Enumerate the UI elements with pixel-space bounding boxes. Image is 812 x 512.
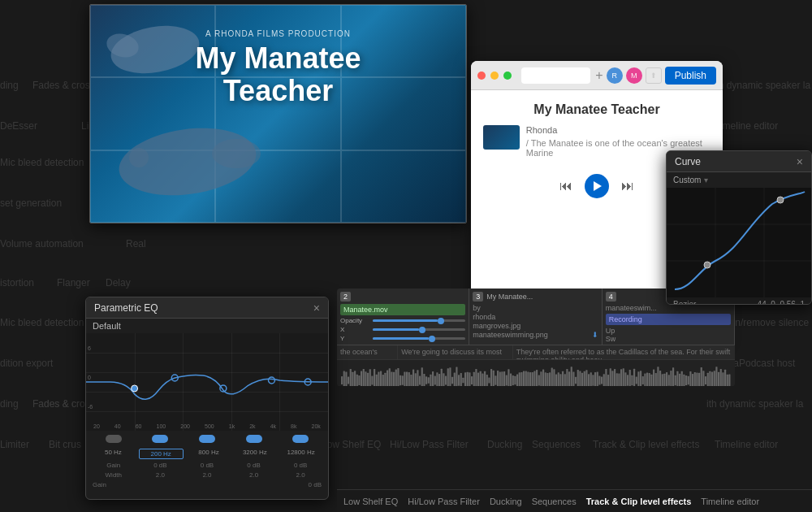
svg-rect-28 (391, 372, 392, 386)
svg-rect-12 (356, 375, 358, 386)
toolbar-item-hi-low[interactable]: Hi/Low Pass Filter (408, 497, 480, 506)
waveform-svg (341, 364, 731, 386)
bg-label-3: DeEsser (0, 120, 37, 132)
svg-rect-59 (458, 375, 460, 385)
curve-window: Curve × Custom ▾ Bezier .44, 0, 0.56, 1 (666, 150, 812, 305)
video-production-label: A RHONDA FILMS PRODUCTION (90, 29, 466, 38)
curve-dropdown-icon[interactable]: ▾ (704, 176, 708, 184)
svg-rect-21 (376, 375, 378, 386)
svg-rect-7 (345, 371, 347, 386)
svg-rect-96 (538, 375, 540, 386)
curve-chart (667, 188, 811, 297)
avatar-1: R (607, 67, 623, 84)
prev-button[interactable]: ⏮ (559, 179, 572, 193)
toolbar-item-track-clip[interactable]: Track & Clip level effects (586, 497, 692, 506)
eq-preset-label[interactable]: Default (86, 319, 328, 333)
toolbar-item-timeline[interactable]: Timeline editor (701, 497, 759, 506)
waveform-text-3: They're often referred to as the Cadilla… (513, 345, 735, 359)
svg-rect-160 (676, 371, 678, 386)
svg-rect-53 (445, 376, 447, 385)
svg-rect-85 (514, 376, 516, 384)
toolbar-item-sequences[interactable]: Sequences (532, 497, 577, 506)
svg-rect-15 (363, 369, 365, 386)
svg-rect-103 (553, 369, 555, 386)
svg-rect-128 (607, 375, 609, 386)
browser-close-dot[interactable] (477, 72, 486, 80)
svg-rect-141 (636, 376, 637, 384)
browser-minimize-dot[interactable] (490, 72, 499, 80)
eq-close-button[interactable]: × (313, 302, 320, 315)
browser-url-bar[interactable] (521, 67, 590, 84)
svg-rect-140 (633, 369, 635, 386)
next-button[interactable]: ⏭ (621, 179, 634, 193)
toolbar-item-ducking[interactable]: Ducking (490, 497, 522, 506)
col-4-recording[interactable]: Recording (606, 314, 731, 325)
svg-rect-69 (480, 371, 482, 386)
timeline-item-manatee[interactable]: Manatee.mov (340, 304, 465, 315)
svg-rect-63 (467, 372, 469, 386)
svg-rect-46 (430, 375, 431, 386)
svg-point-195 (704, 262, 710, 268)
eq-band-3 (186, 435, 228, 446)
eq-freq-3: 800 Hz (188, 449, 230, 459)
svg-rect-181 (722, 372, 723, 386)
svg-rect-90 (525, 371, 527, 386)
slider-opacity: Opacity (340, 317, 465, 324)
svg-rect-68 (477, 372, 479, 386)
eq-toggle-5[interactable] (292, 435, 309, 443)
eq-freq-2: 200 Hz (139, 449, 184, 459)
svg-rect-18 (369, 369, 371, 386)
svg-rect-138 (629, 370, 631, 386)
svg-rect-70 (482, 374, 483, 386)
svg-rect-117 (584, 371, 585, 386)
eq-band-row-width: Width 2.0 2.0 2.0 2.0 (93, 471, 322, 479)
svg-rect-109 (566, 369, 568, 386)
svg-rect-150 (655, 373, 657, 386)
play-button[interactable] (585, 174, 609, 198)
eq-toggle-2[interactable] (152, 435, 168, 443)
svg-rect-81 (506, 375, 508, 385)
curve-close-button[interactable]: × (797, 155, 803, 168)
publish-button[interactable]: Publish (665, 67, 716, 85)
svg-rect-65 (471, 376, 473, 384)
svg-rect-107 (562, 371, 564, 386)
svg-rect-123 (597, 371, 598, 386)
svg-rect-23 (380, 371, 382, 386)
video-main-title: My Manatee Teacher (90, 42, 466, 106)
svg-rect-37 (410, 375, 412, 386)
eq-gain-label-3: 0 dB (186, 462, 228, 469)
browser-plus-button[interactable]: + (595, 68, 603, 83)
eq-width-2: 2.0 (186, 471, 228, 479)
svg-rect-174 (707, 373, 709, 386)
eq-toggle-1[interactable] (106, 435, 122, 443)
svg-rect-102 (551, 368, 553, 386)
eq-width-label-1: Width (93, 471, 135, 479)
svg-rect-49 (436, 372, 438, 386)
svg-rect-167 (692, 374, 693, 386)
svg-rect-57 (454, 373, 456, 386)
eq-toggle-3[interactable] (199, 435, 215, 443)
svg-rect-116 (581, 373, 583, 386)
browser-maximize-dot[interactable] (503, 72, 512, 80)
share-button[interactable]: ⬆ (646, 67, 662, 84)
bg-label-27: Limiter (0, 439, 29, 450)
svg-rect-14 (361, 371, 362, 386)
eq-chart: 2040601002005001k2k4k8k20k 60-6 (86, 333, 328, 431)
svg-rect-72 (486, 375, 488, 386)
svg-point-4 (129, 148, 149, 167)
svg-rect-8 (348, 377, 349, 384)
svg-rect-110 (568, 371, 570, 386)
svg-rect-146 (646, 372, 648, 386)
toolbar-item-low-shelf[interactable]: Low Shelf EQ (343, 497, 398, 506)
svg-rect-119 (588, 374, 590, 386)
svg-rect-130 (611, 371, 613, 386)
svg-rect-158 (672, 367, 674, 386)
curve-preset-label[interactable]: Custom (673, 176, 701, 184)
eq-toggle-4[interactable] (246, 435, 262, 443)
col-3-header-label: My Manatee... (486, 293, 533, 301)
col-3-by: by (473, 304, 598, 312)
svg-rect-154 (663, 374, 665, 386)
svg-rect-99 (545, 372, 546, 386)
svg-rect-142 (637, 371, 639, 386)
col-4-sw: Sw (606, 335, 731, 343)
